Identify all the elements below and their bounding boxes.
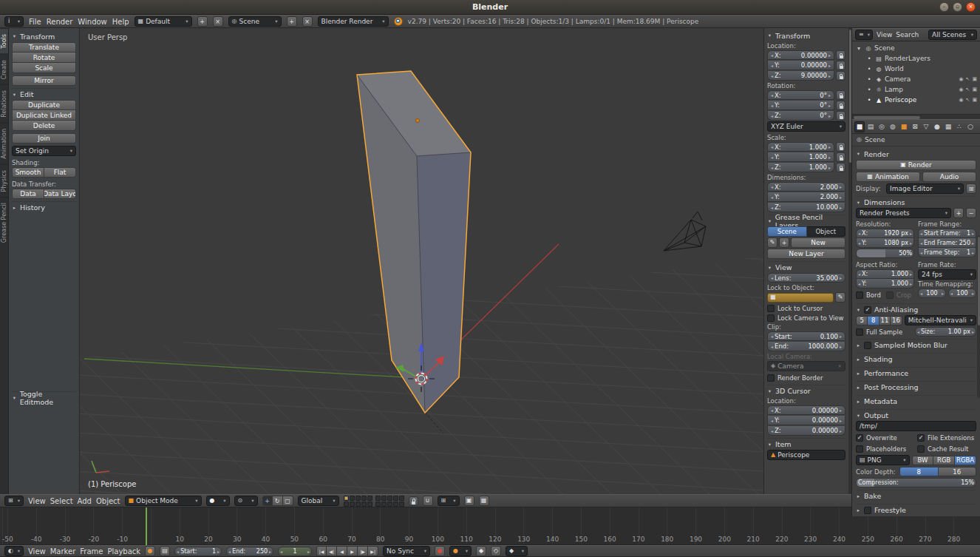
- lock-camera-to-view-checkbox[interactable]: ✓Lock Camera to View: [767, 313, 845, 323]
- rgba-button[interactable]: RGBA: [955, 456, 976, 465]
- delete-keyframe-button[interactable]: ◇: [491, 546, 501, 556]
- outliner-item-scene[interactable]: ▾◎Scene: [854, 43, 979, 53]
- rgb-button[interactable]: RGB: [933, 456, 955, 465]
- timeline-menu-playback[interactable]: Playback: [107, 547, 140, 556]
- clip-start-field[interactable]: ◂Start:0.100▸: [767, 331, 845, 341]
- decrement-icon[interactable]: ◂: [920, 240, 922, 246]
- tab-object[interactable]: Object: [807, 226, 846, 237]
- start-frame-field[interactable]: ◂Start Frame:1▸: [918, 229, 976, 238]
- aspect-x-field[interactable]: ◂X:1.000▸: [856, 269, 914, 279]
- rotate-button[interactable]: Rotate: [12, 53, 76, 63]
- clip-end-field[interactable]: ◂End:1000.000▸: [767, 342, 845, 351]
- decrement-icon[interactable]: ◂: [771, 165, 773, 170]
- smooth-button[interactable]: Smooth: [12, 167, 44, 178]
- lock-icon[interactable]: [836, 71, 845, 81]
- remove-preset-button[interactable]: −: [966, 208, 976, 218]
- increment-icon[interactable]: ▸: [828, 63, 831, 68]
- mode-dropdown[interactable]: ■Object Mode▾: [125, 496, 202, 506]
- rotate-manipulator-button[interactable]: ↻: [273, 496, 283, 506]
- close-button[interactable]: ×: [966, 2, 976, 12]
- data-button[interactable]: Data: [12, 189, 44, 199]
- tab-material[interactable]: ●: [932, 121, 942, 132]
- decrement-icon[interactable]: ◂: [950, 291, 953, 296]
- layer-cell[interactable]: [367, 496, 372, 501]
- decrement-icon[interactable]: ◂: [771, 195, 773, 200]
- tab-grease-pencil[interactable]: Grease Pencil: [0, 197, 8, 248]
- rotation-mode-dropdown[interactable]: XYZ Euler▾: [767, 121, 845, 132]
- rotation-x-field[interactable]: ◂X:0°▸: [767, 90, 834, 100]
- decrement-icon[interactable]: ◂: [771, 113, 773, 118]
- menu-render[interactable]: Render: [47, 18, 73, 26]
- lens-field[interactable]: ◂Lens:35.000▸: [767, 273, 845, 283]
- translate-manipulator-button[interactable]: +: [262, 496, 273, 506]
- last-operator-panel[interactable]: ▾Toggle Editmode: [12, 391, 76, 403]
- jump-to-start-button[interactable]: |◀: [316, 546, 327, 556]
- cache-result-checkbox[interactable]: ✓Cache Result: [917, 444, 976, 453]
- restrict-icons[interactable]: ◉↖▣: [959, 87, 977, 92]
- join-button[interactable]: Join: [12, 133, 76, 144]
- outliner-item-camera[interactable]: •◈Camera◉↖▣: [854, 74, 979, 84]
- new-grease-pencil-button[interactable]: New: [791, 237, 845, 248]
- outliner-menu-search[interactable]: Search: [896, 31, 919, 38]
- viewport-canvas[interactable]: [80, 28, 851, 494]
- increment-icon[interactable]: ▸: [972, 240, 974, 246]
- tab-physics[interactable]: Physics: [0, 164, 8, 198]
- outliner-item-renderlayers[interactable]: •▤RenderLayers: [854, 53, 979, 64]
- tab-scene[interactable]: ◎: [877, 121, 887, 132]
- increment-icon[interactable]: ▸: [910, 240, 912, 246]
- clear-icon[interactable]: ×: [837, 363, 842, 369]
- set-origin-dropdown[interactable]: Set Origin▾: [12, 146, 76, 156]
- increment-icon[interactable]: ▸: [840, 275, 842, 280]
- orientation-dropdown[interactable]: Global▾: [298, 496, 339, 506]
- border-checkbox[interactable]: ✓Bord: [856, 290, 884, 300]
- freestyle-panel-header[interactable]: ▸✓Freestyle: [856, 504, 976, 516]
- anti-aliasing-panel-header[interactable]: ▾✓Anti-Aliasing: [856, 303, 976, 315]
- decrement-icon[interactable]: ◂: [858, 240, 860, 246]
- restrict-icons[interactable]: ◉↖▣: [959, 97, 977, 103]
- decrement-icon[interactable]: ◂: [771, 63, 773, 68]
- lock-icon[interactable]: [409, 496, 418, 506]
- metadata-panel-header[interactable]: ▸Metadata: [856, 395, 976, 407]
- increment-icon[interactable]: ▸: [840, 418, 842, 423]
- render-restrict-icon[interactable]: ▣: [972, 87, 977, 92]
- increment-icon[interactable]: ▸: [828, 53, 831, 58]
- viewport-shading-dropdown[interactable]: ●▾: [206, 496, 230, 506]
- add-pencil-data-button[interactable]: +: [779, 237, 789, 248]
- edit-panel-header[interactable]: ▾Edit: [12, 88, 76, 100]
- timeline-menu-frame[interactable]: Frame: [80, 547, 103, 556]
- frame-rate-dropdown[interactable]: 24 fps▾: [918, 269, 976, 280]
- increment-icon[interactable]: ▸: [840, 195, 842, 200]
- layer-cell[interactable]: [367, 502, 372, 507]
- output-panel-header[interactable]: ▾Output: [856, 409, 976, 421]
- viewport-menu-object[interactable]: Object: [96, 497, 120, 505]
- layer-cell[interactable]: [393, 496, 398, 501]
- increment-icon[interactable]: ▸: [828, 144, 831, 149]
- increment-icon[interactable]: ▸: [972, 291, 974, 296]
- editor-type-button[interactable]: ◐▾: [4, 546, 24, 556]
- layer-cell[interactable]: [381, 502, 387, 507]
- render-restrict-icon[interactable]: ▣: [972, 97, 977, 103]
- flat-button[interactable]: Flat: [44, 167, 76, 178]
- decrement-icon[interactable]: ◂: [771, 334, 773, 339]
- decrement-icon[interactable]: ◂: [771, 408, 773, 413]
- decrement-icon[interactable]: ◂: [771, 73, 773, 78]
- snap-element-dropdown[interactable]: ⊞▾: [438, 496, 460, 506]
- tab-scene[interactable]: Scene: [767, 226, 807, 237]
- aspect-y-field[interactable]: ◂Y:1.000▸: [856, 279, 914, 288]
- decrement-icon[interactable]: ◂: [771, 144, 773, 149]
- lock-to-cursor-checkbox[interactable]: ✓Lock to Cursor: [767, 303, 845, 313]
- play-reverse-button[interactable]: ◀: [337, 546, 347, 556]
- local-camera-field[interactable]: ◈Camera×: [767, 361, 845, 371]
- tab-physics[interactable]: ○: [965, 121, 976, 132]
- cursor-icon[interactable]: ↖: [966, 97, 970, 103]
- eye-icon[interactable]: ◉: [959, 76, 963, 82]
- delete-screen-button[interactable]: ×: [213, 16, 223, 27]
- tab-render[interactable]: ■: [854, 121, 865, 132]
- full-sample-checkbox[interactable]: ✓Full Sample: [856, 327, 913, 337]
- layer-cell[interactable]: [350, 496, 355, 501]
- current-frame-field[interactable]: ◂1▸: [278, 547, 312, 556]
- increment-icon[interactable]: ▸: [972, 329, 974, 334]
- transform-panel-header[interactable]: ▾Transform: [12, 30, 76, 42]
- decrement-icon[interactable]: ◂: [280, 549, 282, 554]
- layer-cell[interactable]: [375, 502, 381, 507]
